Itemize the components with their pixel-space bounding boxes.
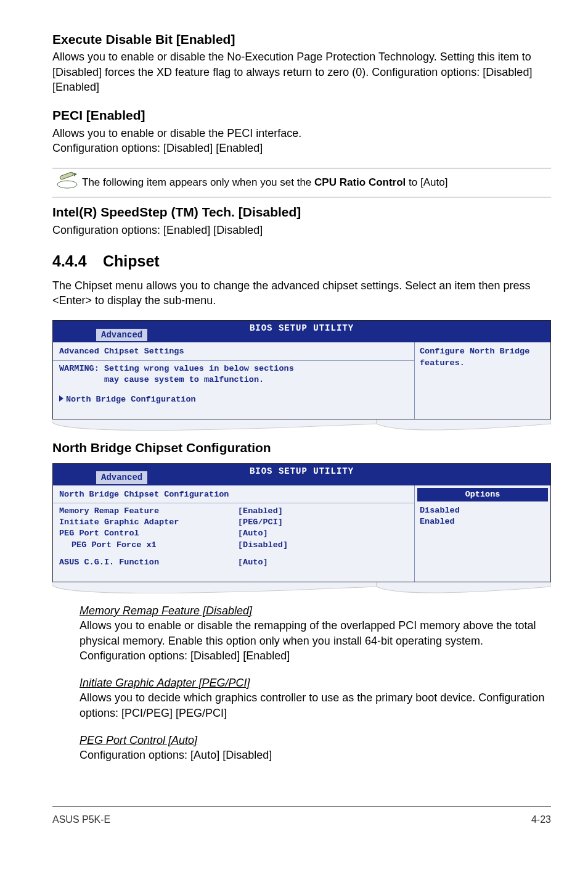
svg-marker-2: [73, 173, 77, 176]
bios-header: BIOS SETUP UTILITY Advanced: [52, 320, 551, 342]
bios-help-pane: Configure North Bridge features.: [415, 342, 550, 419]
bios-row-memory-remap[interactable]: Memory Remap Feature[Enabled]: [59, 506, 408, 517]
chipset-title: Chipset: [103, 252, 160, 270]
descriptions-block: Memory Remap Feature [Disabled] Allows y…: [80, 603, 551, 763]
note-post: to [Auto]: [406, 176, 447, 188]
row-val: [Enabled]: [238, 506, 283, 517]
footer-right: 4-23: [531, 813, 551, 827]
svg-rect-1: [60, 172, 74, 180]
bios-row-peg-force[interactable]: PEG Port Force x1[Disabled]: [59, 540, 408, 551]
row-val: [Auto]: [238, 528, 268, 539]
peg-port-para: PEG Port Control [Auto] Configuration op…: [80, 733, 551, 763]
triangle-right-icon: [59, 395, 63, 402]
bios-body-2: North Bridge Chipset Configuration Memor…: [52, 485, 551, 582]
note-row: The following item appears only when you…: [52, 168, 551, 197]
note-bold: CPU Ratio Control: [314, 176, 406, 188]
bios-left-pane: Advanced Chipset Settings WARMING: Setti…: [53, 342, 415, 419]
note-text: The following item appears only when you…: [82, 176, 551, 190]
mem-remap-para: Memory Remap Feature [Disabled] Allows y…: [80, 603, 551, 663]
panel-curve: [52, 419, 551, 431]
bios-item-label: North Bridge Configuration: [66, 395, 196, 404]
bios-options-pane: Options Disabled Enabled: [415, 485, 550, 582]
bios-panel-north-bridge: BIOS SETUP UTILITY Advanced North Bridge…: [52, 463, 551, 593]
panel-curve-2: [52, 582, 551, 593]
bios-left-pane-2: North Bridge Chipset Configuration Memor…: [53, 485, 415, 582]
peg-port-title: PEG Port Control [Auto]: [80, 734, 197, 746]
mem-remap-body: Allows you to enable or disable the rema…: [80, 619, 536, 662]
graphic-adapter-para: Initiate Graphic Adapter [PEG/PCI] Allow…: [80, 675, 551, 720]
svg-point-0: [57, 181, 77, 188]
options-header: Options: [417, 488, 548, 501]
peci-title: PECI [Enabled]: [52, 107, 551, 124]
exec-disable-body: Allows you to enable or disable the No-E…: [52, 49, 551, 94]
bios-row-graphic-adapter[interactable]: Initiate Graphic Adapter[PEG/PCI]: [59, 517, 408, 528]
peg-port-body: Configuration options: [Auto] [Disabled]: [80, 749, 272, 761]
option-disabled[interactable]: Disabled: [420, 505, 545, 516]
bios-warning-2: may cause system to malfunction.: [59, 374, 408, 386]
row-key: PEG Port Force x1: [59, 540, 238, 551]
row-key: ASUS C.G.I. Function: [59, 557, 238, 568]
option-enabled[interactable]: Enabled: [420, 516, 545, 527]
row-key: Memory Remap Feature: [59, 506, 238, 517]
bios-left-heading: Advanced Chipset Settings: [59, 346, 408, 357]
bios-panel-advanced: BIOS SETUP UTILITY Advanced Advanced Chi…: [52, 320, 551, 431]
peci-body: Allows you to enable or disable the PECI…: [52, 126, 551, 156]
chipset-heading: 4.4.4Chipset: [52, 251, 551, 272]
graphic-adapter-body: Allows you to decide which graphics cont…: [80, 691, 544, 719]
footer-left: ASUS P5K-E: [52, 813, 110, 827]
pencil-icon: [52, 172, 82, 193]
chipset-num: 4.4.4: [52, 251, 103, 272]
row-val: [Auto]: [238, 557, 268, 568]
speedstep-title: Intel(R) SpeedStep (TM) Tech. [Disabled]: [52, 204, 551, 221]
speedstep-body: Configuration options: [Enabled] [Disabl…: [52, 223, 551, 237]
row-key: Initiate Graphic Adapter: [59, 517, 238, 528]
bios-body: Advanced Chipset Settings WARMING: Setti…: [52, 342, 551, 419]
bios-tab-advanced-2[interactable]: Advanced: [96, 471, 147, 484]
bios-row-asus-cgi[interactable]: ASUS C.G.I. Function[Auto]: [59, 557, 408, 568]
graphic-adapter-title: Initiate Graphic Adapter [PEG/PCI]: [80, 677, 250, 689]
row-val: [PEG/PCI]: [238, 517, 283, 528]
page-footer: ASUS P5K-E 4-23: [52, 806, 551, 827]
bios-left-heading-2: North Bridge Chipset Configuration: [59, 489, 408, 500]
bios-tab-advanced[interactable]: Advanced: [96, 329, 147, 342]
bios-warning-1: WARMING: Setting wrong values in below s…: [59, 363, 408, 374]
bios-help-text: Configure North Bridge features.: [420, 346, 545, 368]
row-key: PEG Port Control: [59, 528, 238, 539]
bios-header-2: BIOS SETUP UTILITY Advanced: [52, 463, 551, 485]
nbcc-title: North Bridge Chipset Configuration: [52, 439, 551, 456]
bios-row-peg-control[interactable]: PEG Port Control[Auto]: [59, 528, 408, 539]
bios-item-north-bridge[interactable]: North Bridge Configuration: [59, 394, 408, 405]
mem-remap-title: Memory Remap Feature [Disabled]: [80, 604, 252, 617]
chipset-intro: The Chipset menu allows you to change th…: [52, 278, 551, 308]
row-val: [Disabled]: [238, 540, 288, 551]
page: Execute Disable Bit [Enabled] Allows you…: [0, 0, 588, 851]
note-pre: The following item appears only when you…: [82, 176, 314, 188]
exec-disable-title: Execute Disable Bit [Enabled]: [52, 31, 551, 48]
